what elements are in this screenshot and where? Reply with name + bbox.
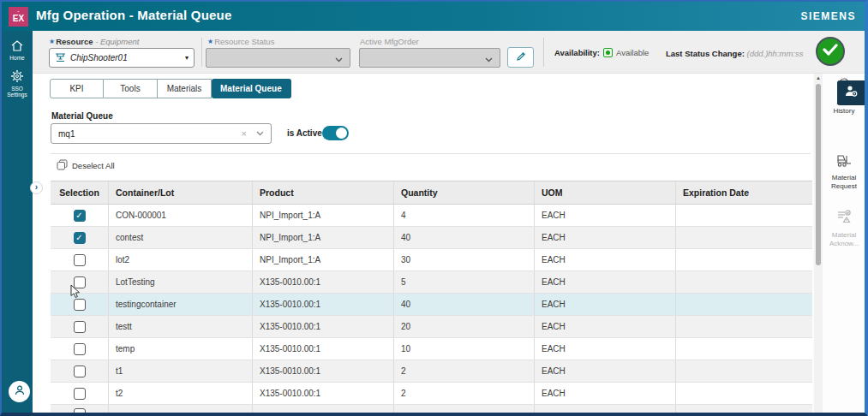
expiration-date-cell [676, 249, 816, 270]
column-header-quantity[interactable]: Quantity [394, 181, 535, 204]
table-row[interactable]: t1X135-0010.00:12EACH [51, 360, 816, 383]
dropdown-arrow-icon: ▾ [185, 54, 189, 62]
column-header-product[interactable]: Product [253, 181, 394, 204]
row-checkbox[interactable] [74, 365, 86, 377]
uom-cell: EACH [535, 271, 676, 293]
product-cell: NPI_Import_1:A [253, 249, 394, 270]
tab-tools[interactable]: Tools [104, 79, 158, 98]
resource-field-label: ★Resource - Equipment [49, 37, 139, 46]
table-row[interactable]: lot2NPI_Import_1:A30EACH [51, 249, 816, 271]
user-avatar-button[interactable] [9, 381, 30, 402]
product-cell: X135-0010.00:1 [253, 383, 394, 404]
home-icon [10, 39, 24, 52]
availability-status: Availability: Available [554, 48, 649, 57]
toolbar-divider [543, 38, 544, 67]
expand-panel-button[interactable]: › [30, 181, 43, 194]
column-header-selection[interactable]: Selection [51, 181, 109, 204]
container-lot-cell: contest [109, 227, 253, 248]
table-row-partial[interactable] [51, 405, 816, 413]
person-icon [14, 384, 26, 400]
material-queue-table: Selection Container/Lot Product Quantity… [51, 181, 816, 413]
last-status-label: Last Status Change: [666, 49, 745, 58]
quantity-cell: 5 [394, 271, 535, 293]
deselect-all-icon [57, 159, 68, 172]
rail-item-label: MaterialRequest [831, 174, 857, 191]
active-mfgorder-select [359, 48, 500, 68]
row-checkbox[interactable] [74, 321, 86, 333]
is-active-toggle[interactable] [322, 126, 349, 140]
chevron-down-icon[interactable] [253, 131, 271, 136]
check-icon [823, 44, 838, 59]
selection-cell [51, 405, 109, 413]
sidebar-item-home[interactable]: Home [2, 39, 33, 61]
resource-toolbar: ★Resource - Equipment ChipShooter01 ▾ ★R… [33, 31, 865, 74]
table-row[interactable]: ✓contestNPI_Import_1:A40EACH [51, 227, 816, 249]
quantity-cell: 40 [394, 294, 535, 315]
row-checkbox[interactable] [74, 276, 86, 288]
container-lot-cell: testt [109, 316, 253, 337]
row-checkbox[interactable] [74, 408, 86, 413]
deselect-all-label: Deselect All [72, 161, 115, 170]
selection-cell: ✓ [51, 227, 109, 248]
uom-cell: EACH [535, 360, 676, 382]
resource-select[interactable]: ChipShooter01 ▾ [49, 48, 195, 68]
row-checkbox[interactable] [74, 299, 86, 311]
sidebar-item-sso-settings[interactable]: SSO Settings [2, 69, 33, 98]
uom-cell: EACH [535, 227, 676, 248]
selection-cell [51, 360, 109, 382]
vertical-scrollbar[interactable]: ▲ [814, 74, 823, 413]
product-cell: X135-0010.00:1 [253, 360, 394, 382]
rail-item-material-request[interactable]: MaterialRequest [824, 152, 864, 191]
quantity-cell: 10 [394, 338, 535, 360]
tab-kpi[interactable]: KPI [50, 79, 104, 98]
availability-label: Availability: [554, 48, 600, 57]
table-row[interactable]: t2X135-0010.00:12EACH [51, 383, 816, 405]
available-status-icon [603, 48, 613, 57]
page-title: Mfg Operation - Material Queue [36, 8, 232, 22]
selection-cell [51, 294, 109, 315]
uom-cell: EACH [535, 249, 676, 270]
clear-icon[interactable]: × [236, 128, 253, 139]
rail-item-material-acknowledge: MaterialAcknow... [824, 209, 864, 248]
material-queue-input[interactable] [51, 129, 236, 139]
scroll-up-arrow-icon[interactable]: ▲ [816, 75, 821, 80]
material-queue-combobox[interactable]: × [51, 123, 272, 144]
chevron-down-icon [335, 51, 343, 66]
row-checkbox[interactable]: ✓ [74, 210, 86, 222]
section-divider [51, 153, 811, 154]
expiration-date-cell [676, 227, 816, 248]
material-acknowledge-icon [835, 209, 853, 229]
table-row[interactable]: testingcontainerX135-0010.00:140EACH [51, 294, 816, 316]
quantity-cell: 2 [394, 360, 535, 382]
selection-cell: ✓ [51, 205, 109, 226]
row-checkbox[interactable] [74, 388, 86, 400]
selection-cell [51, 383, 109, 404]
selection-cell [51, 249, 109, 270]
container-lot-cell: CON-000001 [109, 205, 253, 226]
row-checkbox[interactable]: ✓ [74, 232, 86, 244]
last-status-change: Last Status Change: (ddd.)hh:mm:ss [666, 49, 804, 58]
table-row[interactable]: LotTestingX135-0010.00:15EACH [51, 271, 816, 294]
tab-material-queue[interactable]: Material Queue [212, 79, 291, 98]
table-body: ✓CON-000001NPI_Import_1:A4EACH✓contestNP… [51, 205, 816, 413]
scrollbar-thumb[interactable] [816, 84, 821, 265]
table-row[interactable]: tempX135-0010.00:110EACH [51, 338, 816, 360]
status-ok-indicator[interactable] [816, 37, 845, 66]
column-header-container-lot[interactable]: Container/Lot [109, 181, 253, 204]
row-checkbox[interactable] [74, 254, 86, 266]
row-checkbox[interactable] [74, 343, 86, 355]
quantity-cell: 4 [394, 205, 535, 226]
table-row[interactable]: ✓CON-000001NPI_Import_1:A4EACH [51, 205, 816, 227]
table-row[interactable]: testtX135-0010.00:120EACH [51, 316, 816, 338]
edit-status-button[interactable] [507, 47, 534, 68]
deselect-all-button[interactable]: Deselect All [57, 159, 115, 172]
column-header-expiration-date[interactable]: Expiration Date [676, 181, 816, 204]
product-cell: X135-0010.00:1 [253, 316, 394, 337]
user-settings-badge[interactable] [837, 80, 865, 105]
is-active-label: is Active [287, 128, 322, 138]
expiration-date-cell [676, 338, 816, 360]
column-header-uom[interactable]: UOM [535, 181, 676, 204]
gear-icon [10, 69, 24, 83]
tab-materials[interactable]: Materials [158, 79, 212, 98]
resource-status-select [206, 48, 350, 68]
